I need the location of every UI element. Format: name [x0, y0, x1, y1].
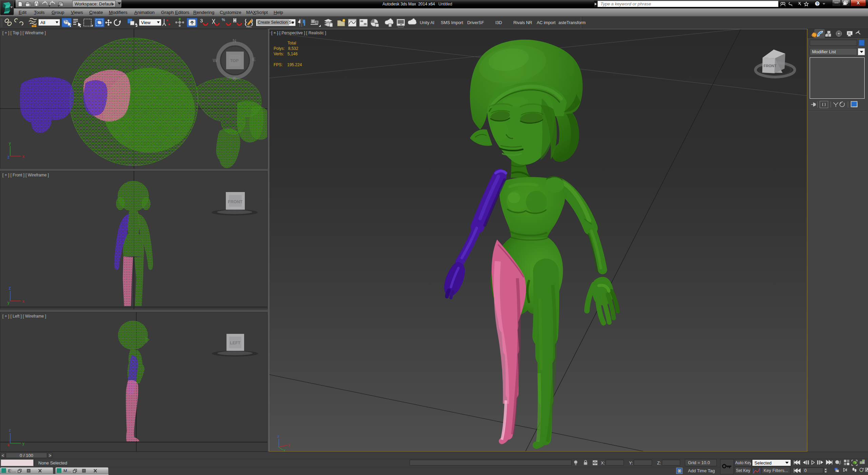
svg-text:E: E	[252, 56, 256, 62]
svg-text:TOP: TOP	[230, 58, 238, 63]
svg-text:N: N	[233, 38, 236, 43]
svg-text:x: x	[22, 154, 24, 159]
svg-text:z: z	[277, 434, 279, 438]
svg-text:y: y	[22, 441, 24, 446]
svg-text:x: x	[22, 299, 24, 304]
svg-text:Create Selection Se: Create Selection Se	[258, 20, 294, 25]
svg-text:View: View	[141, 20, 151, 25]
svg-text:z: z	[9, 428, 11, 433]
svg-text:FRONT: FRONT	[228, 200, 242, 204]
svg-text:All: All	[40, 20, 45, 25]
svg-text:z: z	[7, 155, 9, 159]
svg-text:y: y	[7, 300, 9, 305]
svg-text:y: y	[9, 141, 11, 146]
svg-text:FRONT: FRONT	[764, 64, 776, 68]
svg-text:W: W	[213, 57, 218, 63]
svg-text:3: 3	[200, 18, 203, 23]
svg-text:y: y	[283, 448, 285, 451]
svg-text:x: x	[7, 442, 9, 447]
svg-text:ABC: ABC	[246, 25, 252, 28]
svg-text:S: S	[233, 76, 236, 81]
svg-text:LEFT: LEFT	[230, 341, 241, 345]
svg-text:%: %	[222, 18, 225, 22]
svg-text:z: z	[9, 286, 11, 290]
svg-text:x: x	[288, 443, 290, 447]
